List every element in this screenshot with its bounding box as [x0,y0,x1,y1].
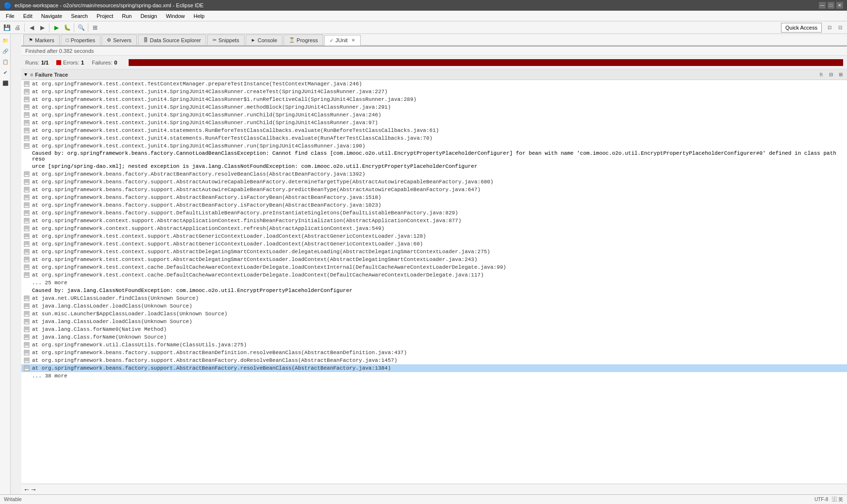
title-bar-controls[interactable]: — □ ✕ [819,2,843,9]
trace-line-5[interactable]: at org.springframework.test.context.juni… [21,119,847,127]
trace-line-10[interactable]: urce [spring/spring-dao.xml]; nested exc… [21,163,847,170]
trace-line-28[interactable]: at java.lang.ClassLoader.loadClass(Unkno… [21,302,847,310]
menu-file[interactable]: File [2,12,18,20]
trace-line-1[interactable]: at org.springframework.test.context.juni… [21,88,847,96]
trace-text-3: at org.springframework.test.context.juni… [32,104,391,110]
trace-line-11[interactable]: at org.springframework.beans.factory.Abs… [21,170,847,178]
status-writable: Writable [4,497,22,502]
menu-project[interactable]: Project [93,12,117,20]
menu-edit[interactable]: Edit [19,12,36,20]
trace-line-30[interactable]: at java.lang.ClassLoader.loadClass(Unkno… [21,318,847,325]
menu-run[interactable]: Run [118,12,135,20]
tab-junit-close-icon[interactable]: ✕ [351,38,355,43]
tab-junit[interactable]: ✓ JUnit ✕ [324,35,361,46]
tab-snippets[interactable]: ✂ Snippets [207,34,245,45]
tab-progress[interactable]: ⏳ Progress [283,34,323,45]
tab-properties[interactable]: □ Properties [61,34,100,45]
collapse-arrow-icon[interactable]: ▼ [23,72,28,77]
trace-line-14[interactable]: at org.springframework.beans.factory.sup… [21,194,847,201]
left-sidebar: 📁 🔗 📋 ✔ ⬛ [0,34,11,494]
trace-line-36[interactable]: at org.springframework.beans.factory.sup… [21,364,847,372]
minimize-button[interactable]: — [819,2,826,9]
trace-copy-btn[interactable]: ⎘ [817,70,826,79]
menu-search[interactable]: Search [67,12,92,20]
sidebar-task-icon[interactable]: ✔ [1,68,10,77]
menu-navigate[interactable]: Navigate [37,12,66,20]
trace-line-6[interactable]: at org.springframework.test.context.juni… [21,127,847,134]
toolbar-run-btn[interactable]: ▶ [51,23,61,33]
trace-text-13: at org.springframework.beans.factory.sup… [32,187,481,193]
stack-trace-icon-19 [23,233,30,240]
trace-line-27[interactable]: at java.net.URLClassLoader.findClass(Unk… [21,294,847,302]
trace-line-33[interactable]: at org.springframework.util.ClassUtils.f… [21,341,847,349]
trace-line-4[interactable]: at org.springframework.test.context.juni… [21,111,847,119]
sidebar-console-icon[interactable]: ⬛ [1,79,10,87]
stack-trace-icon-14 [23,194,30,201]
trace-line-19[interactable]: at org.springframework.test.context.supp… [21,232,847,240]
toolbar-icon-2[interactable]: ⊡ [835,23,845,33]
toolbar-print-btn[interactable]: 🖨 [13,23,22,33]
trace-line-20[interactable]: at org.springframework.test.context.supp… [21,240,847,248]
stack-trace-icon-18 [23,225,30,232]
stack-trace-icon-5 [23,119,30,126]
close-button[interactable]: ✕ [836,2,843,9]
stack-trace-icon-15 [23,202,30,209]
menu-window[interactable]: Window [162,12,189,20]
nav-left-btn[interactable]: ← [23,486,30,493]
tab-datasource[interactable]: 🗄 Data Source Explorer [138,34,206,45]
menu-help[interactable]: Help [190,12,209,20]
trace-line-7[interactable]: at org.springframework.test.context.juni… [21,134,847,142]
trace-line-21[interactable]: at org.springframework.test.context.supp… [21,248,847,256]
title-bar: 🔵 eclipse-workspace - o2o/src/main/resou… [0,0,847,11]
trace-line-22[interactable]: at org.springframework.test.context.supp… [21,256,847,263]
trace-line-37[interactable]: ... 38 more [21,372,847,380]
toolbar-open-perspective-btn[interactable]: ⊞ [90,23,100,33]
trace-line-18[interactable]: at org.springframework.context.support.A… [21,225,847,232]
toolbar-back-btn[interactable]: ◀ [27,23,36,33]
sidebar-hierarchy-icon[interactable]: 🔗 [1,47,10,55]
trace-line-26[interactable]: Caused by: java.lang.ClassNotFoundExcept… [21,287,847,294]
trace-line-15[interactable]: at org.springframework.beans.factory.sup… [21,201,847,209]
trace-text-20: at org.springframework.test.context.supp… [32,241,423,247]
trace-line-0[interactable]: at org.springframework.test.context.Test… [21,80,847,88]
toolbar-forward-btn[interactable]: ▶ [37,23,47,33]
trace-line-16[interactable]: at org.springframework.beans.factory.sup… [21,209,847,217]
trace-line-24[interactable]: at org.springframework.test.context.cach… [21,271,847,279]
menu-design[interactable]: Design [136,12,161,20]
maximize-button[interactable]: □ [828,2,834,9]
toolbar-save-btn[interactable]: 💾 [2,23,12,33]
quick-access-button[interactable]: Quick Access [781,23,822,33]
trace-text-1: at org.springframework.test.context.juni… [32,89,388,95]
trace-line-35[interactable]: at org.springframework.beans.factory.sup… [21,357,847,364]
stack-trace-icon-1 [23,88,30,95]
trace-line-12[interactable]: at org.springframework.beans.factory.sup… [21,178,847,186]
stack-trace-icon-32 [23,334,30,341]
trace-line-8[interactable]: at org.springframework.test.context.juni… [21,142,847,150]
tab-servers[interactable]: ⚙ Servers [101,34,137,45]
toolbar-debug-btn[interactable]: 🐛 [62,23,72,33]
tab-progress-label: Progress [297,37,318,43]
trace-line-2[interactable]: at org.springframework.test.context.juni… [21,96,847,103]
trace-line-13[interactable]: at org.springframework.beans.factory.sup… [21,186,847,194]
trace-text-26: Caused by: java.lang.ClassNotFoundExcept… [32,288,352,293]
trace-line-29[interactable]: at sun.misc.Launcher$AppClassLoader.load… [21,310,847,318]
sidebar-package-explorer-icon[interactable]: 📁 [1,36,10,45]
trace-line-31[interactable]: at java.lang.Class.forName0(Native Metho… [21,325,847,333]
menu-bar: File Edit Navigate Search Project Run De… [0,11,847,21]
tab-console[interactable]: ► Console [246,34,282,45]
trace-expand-btn[interactable]: ⊞ [836,70,845,79]
trace-line-32[interactable]: at java.lang.Class.forName(Unknown Sourc… [21,333,847,341]
toolbar-search-btn[interactable]: 🔍 [76,23,86,33]
trace-line-23[interactable]: at org.springframework.test.context.cach… [21,263,847,271]
trace-filter-btn[interactable]: ⊟ [827,70,835,79]
nav-right-btn[interactable]: → [30,486,37,493]
trace-line-9[interactable]: Caused by: org.springframework.beans.fac… [21,150,847,163]
trace-line-3[interactable]: at org.springframework.test.context.juni… [21,103,847,111]
trace-line-25[interactable]: ... 25 more [21,279,847,287]
sidebar-outline-icon[interactable]: 📋 [1,57,10,66]
tab-markers[interactable]: ⚑ Markers [23,34,60,45]
trace-line-17[interactable]: at org.springframework.context.support.A… [21,217,847,225]
stack-trace-icon-11 [23,171,30,178]
toolbar-icon-1[interactable]: ⊡ [825,23,834,33]
trace-line-34[interactable]: at org.springframework.beans.factory.sup… [21,349,847,357]
